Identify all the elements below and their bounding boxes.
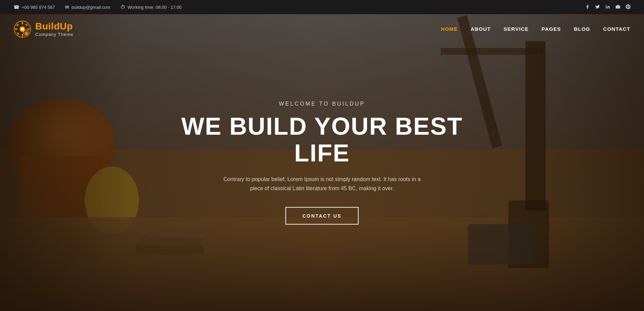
nav-item-pages[interactable]: PAGES	[542, 26, 561, 32]
svg-rect-24	[16, 24, 19, 26]
logo-icon	[14, 20, 31, 38]
hero-description: Contrary to popular belief, Lorem Ipsum …	[217, 175, 427, 193]
contact-us-button[interactable]: CONTACT US	[285, 207, 359, 225]
twitter-link[interactable]	[595, 4, 600, 10]
pinterest-link[interactable]	[626, 4, 630, 10]
svg-rect-21	[22, 34, 23, 37]
nav-item-blog[interactable]: BLOG	[574, 26, 590, 32]
working-time-info: ⏱ Working time: 08:00 - 17:00	[120, 4, 181, 10]
svg-rect-22	[15, 28, 18, 30]
email-info: ✉ buildup@gmail.com	[65, 4, 110, 10]
facebook-link[interactable]	[585, 4, 590, 10]
nav-item-contact[interactable]: CONTACT	[603, 26, 630, 32]
brand-first: Build	[35, 21, 60, 31]
svg-rect-23	[27, 28, 30, 30]
svg-rect-20	[22, 22, 23, 24]
phone-icon: ☎	[14, 4, 19, 10]
hero-section: BuildUp Company Theme HOME ABOUT SERVICE…	[0, 14, 644, 311]
nav-link-contact[interactable]: CONTACT	[603, 26, 630, 32]
nav-link-service[interactable]: SERVICE	[504, 26, 529, 32]
svg-point-19	[21, 28, 24, 30]
svg-point-1	[617, 6, 619, 8]
svg-point-0	[606, 5, 606, 5]
camera-link[interactable]	[616, 4, 620, 10]
social-links	[585, 4, 630, 10]
hero-subtitle: WELCOME TO BUILDUP	[169, 101, 475, 107]
brand-highlight: Up	[60, 21, 73, 31]
navbar: BuildUp Company Theme HOME ABOUT SERVICE…	[0, 14, 644, 44]
logo: BuildUp Company Theme	[14, 20, 73, 38]
hero-content: WELCOME TO BUILDUP WE BUILD YOUR BEST LI…	[169, 101, 475, 225]
brand-name: BuildUp	[35, 21, 73, 32]
brand-tagline: Company Theme	[35, 32, 73, 37]
email-address: buildup@gmail.com	[72, 5, 110, 10]
nav-item-about[interactable]: ABOUT	[471, 26, 491, 32]
svg-rect-26	[17, 32, 19, 35]
phone-number: +00 965 874 587	[22, 5, 55, 10]
working-time-text: Working time: 08:00 - 17:00	[127, 5, 181, 10]
nav-item-home[interactable]: HOME	[441, 26, 458, 32]
nav-link-home[interactable]: HOME	[441, 26, 458, 32]
hero-title: WE BUILD YOUR BEST LIFE	[169, 113, 475, 166]
svg-point-29	[25, 31, 27, 34]
nav-item-service[interactable]: SERVICE	[504, 26, 529, 32]
topbar: ☎ +00 965 874 587 ✉ buildup@gmail.com ⏱ …	[0, 0, 644, 14]
phone-info: ☎ +00 965 874 587	[14, 4, 55, 10]
email-icon: ✉	[65, 4, 69, 10]
svg-rect-27	[25, 24, 28, 26]
nav-link-about[interactable]: ABOUT	[471, 26, 491, 32]
topbar-contact-info: ☎ +00 965 874 587 ✉ buildup@gmail.com ⏱ …	[14, 4, 182, 10]
linkedin-link[interactable]	[605, 4, 610, 10]
clock-icon: ⏱	[120, 4, 125, 10]
logo-text: BuildUp Company Theme	[35, 21, 73, 37]
nav-link-blog[interactable]: BLOG	[574, 26, 590, 32]
nav-menu: HOME ABOUT SERVICE PAGES BLOG CONTACT	[441, 26, 630, 32]
nav-link-pages[interactable]: PAGES	[542, 26, 561, 32]
